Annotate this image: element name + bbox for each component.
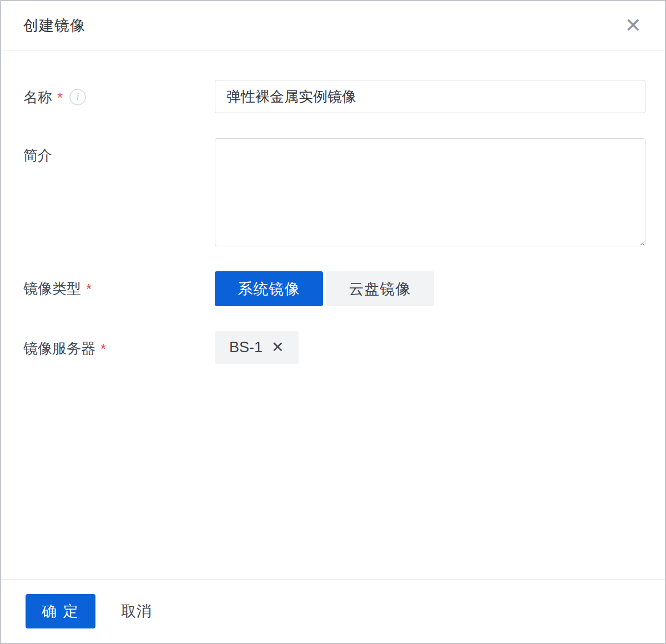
image-server-label: 镜像服务器 [23,339,95,358]
form-row-description: 简介 [23,138,645,246]
image-type-label-group: 镜像类型 * [23,271,215,306]
name-control [215,80,645,113]
dialog-header: 创建镜像 ✕ [1,1,665,50]
image-type-label: 镜像类型 [23,279,81,298]
name-label-group: 名称 * i [23,80,215,113]
image-type-control: 系统镜像 云盘镜像 [215,271,645,306]
name-input[interactable] [215,80,645,113]
create-image-dialog: 创建镜像 ✕ 名称 * i 简介 镜像类型 [0,0,666,644]
image-type-required-mark: * [86,279,92,298]
image-server-required-mark: * [100,339,106,358]
close-icon[interactable]: ✕ [624,16,643,36]
description-label-group: 简介 [23,138,215,246]
image-type-option-cloud-disk[interactable]: 云盘镜像 [326,271,434,306]
dialog-footer: 确 定 取消 [1,579,665,643]
image-server-tag: BS-1 ✕ [215,331,299,364]
dialog-body: 名称 * i 简介 镜像类型 * 系统镜像 [1,50,665,364]
image-server-tag-label: BS-1 [229,339,263,356]
form-row-image-server: 镜像服务器 * BS-1 ✕ [23,331,645,364]
description-textarea[interactable] [215,138,645,246]
name-label: 名称 [23,88,52,107]
cancel-button[interactable]: 取消 [121,601,152,621]
info-icon[interactable]: i [69,89,86,105]
confirm-button[interactable]: 确 定 [26,594,95,628]
name-required-mark: * [57,88,63,107]
form-row-name: 名称 * i [23,80,645,113]
image-server-label-group: 镜像服务器 * [23,331,215,364]
dialog-title: 创建镜像 [23,16,85,36]
image-type-segment-group: 系统镜像 云盘镜像 [215,271,645,306]
image-type-option-system[interactable]: 系统镜像 [215,271,323,306]
form-row-image-type: 镜像类型 * 系统镜像 云盘镜像 [23,271,645,306]
image-server-control: BS-1 ✕ [215,331,645,364]
description-control [215,138,645,246]
tag-remove-icon[interactable]: ✕ [271,340,284,355]
description-label: 简介 [23,146,52,165]
